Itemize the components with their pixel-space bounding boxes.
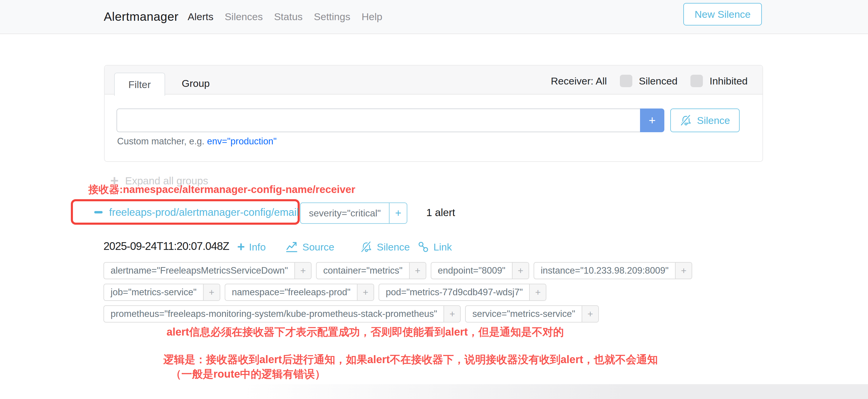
generator-link[interactable]: Link	[417, 240, 452, 254]
nav-links: Alerts Silences Status Settings Help	[188, 11, 382, 23]
link-label: Link	[433, 241, 452, 253]
label-chip-text[interactable]: endpoint="8009"	[431, 263, 512, 279]
nav-item-status[interactable]: Status	[274, 11, 302, 23]
silence-button[interactable]: Silence	[670, 109, 740, 132]
info-label: Info	[249, 241, 266, 253]
silence-button-label: Silence	[697, 115, 730, 126]
label-chip-text[interactable]: prometheus="freeleaps-monitoring-system/…	[104, 306, 443, 322]
header-controls: Receiver: All Silenced Inhibited	[551, 74, 748, 88]
filter-card: Filter Group Receiver: All Silenced Inhi…	[104, 65, 763, 162]
group-matcher: severity="critical" +	[300, 203, 407, 224]
label-chip-text[interactable]: namespace="freeleaps-prod"	[225, 284, 357, 300]
label-chip-text[interactable]: job="metrics-service"	[104, 284, 203, 300]
matcher-input[interactable]	[117, 109, 640, 132]
receiver-group-link[interactable]: freeleaps-prod/alertmanager-config/email	[94, 201, 299, 223]
label-chip-text[interactable]: container="metrics"	[317, 263, 409, 279]
receiver-filter-toggle[interactable]: Receiver: All	[551, 75, 607, 87]
label-chip-text[interactable]: instance="10.233.98.209:8009"	[534, 263, 675, 279]
label-chip: namespace="freeleaps-prod" +	[225, 284, 374, 301]
annotation-note-3: （一般是route中的逻辑有错误）	[171, 367, 326, 381]
annotation-note-1: alert信息必须在接收器下才表示配置成功，否则即使能看到alert，但是通知是…	[166, 325, 564, 339]
matcher-input-group: + Silence	[117, 109, 740, 132]
label-chip: prometheus="freeleaps-monitoring-system/…	[103, 305, 461, 323]
receiver-group-label: freeleaps-prod/alertmanager-config/email	[109, 206, 299, 218]
alert-labels: alertname="FreeleapsMetricsServiceDown" …	[103, 262, 762, 323]
label-chip-add-button[interactable]: +	[675, 263, 692, 279]
inhibited-label: Inhibited	[709, 75, 748, 87]
link-icon	[417, 241, 429, 253]
chip-row: prometheus="freeleaps-monitoring-system/…	[103, 305, 762, 323]
label-chip-text[interactable]: service="metrics-service"	[466, 306, 582, 322]
label-chip-text[interactable]: alertname="FreeleapsMetricsServiceDown"	[104, 263, 294, 279]
label-chip: container="metrics" +	[316, 262, 426, 279]
matcher-example-link[interactable]: env="production"	[207, 136, 277, 147]
chip-row: job="metrics-service" + namespace="freel…	[103, 284, 762, 301]
silence-alert-link[interactable]: Silence	[360, 240, 410, 254]
chip-row: alertname="FreeleapsMetricsServiceDown" …	[103, 262, 762, 279]
nav-item-settings[interactable]: Settings	[314, 11, 350, 23]
label-chip: job="metrics-service" +	[103, 284, 220, 301]
source-label: Source	[302, 241, 334, 253]
label-chip-add-button[interactable]: +	[512, 263, 529, 279]
label-chip: pod="metrics-77d9cdb497-wdsj7" +	[378, 284, 546, 301]
add-matcher-button[interactable]: +	[640, 109, 664, 132]
inhibited-checkbox[interactable]	[690, 75, 703, 87]
silenced-label: Silenced	[639, 75, 677, 87]
tab-group[interactable]: Group	[170, 73, 222, 94]
navbar: Alertmanager Alerts Silences Status Sett…	[0, 0, 868, 34]
annotation-note-2: 逻辑是：接收器收到alert后进行通知，如果alert不在接收器下，说明接收器没…	[163, 352, 658, 367]
chart-icon	[285, 240, 298, 253]
matcher-helper-text: Custom matcher, e.g. env="production"	[117, 136, 277, 147]
annotation-receiver-text: 接收器:namespace/altermanager-config-name/r…	[88, 183, 355, 196]
bell-slash-icon	[360, 241, 373, 253]
label-chip-add-button[interactable]: +	[203, 284, 220, 300]
new-silence-button[interactable]: New Silence	[683, 3, 762, 26]
silenced-checkbox-wrap: Silenced	[620, 75, 677, 87]
bell-slash-icon	[680, 114, 692, 127]
label-chip: service="metrics-service" +	[465, 305, 599, 323]
app-brand: Alertmanager	[104, 10, 179, 24]
label-chip-text[interactable]: pod="metrics-77d9cdb497-wdsj7"	[379, 284, 529, 300]
nav-item-help[interactable]: Help	[362, 11, 382, 23]
tab-filter[interactable]: Filter	[114, 73, 165, 96]
info-link[interactable]: + Info	[237, 240, 266, 254]
label-chip-add-button[interactable]: +	[529, 284, 546, 300]
silence-link-label: Silence	[377, 241, 410, 253]
alert-timestamp: 2025-09-24T11:20:07.048Z	[103, 240, 229, 252]
plus-icon: +	[237, 240, 245, 253]
label-chip-add-button[interactable]: +	[357, 284, 374, 300]
group-matcher-label[interactable]: severity="critical"	[301, 203, 389, 223]
alertmanager-page: Alertmanager Alerts Silences Status Sett…	[0, 0, 868, 399]
label-chip-add-button[interactable]: +	[582, 306, 598, 322]
collapse-minus-icon	[94, 211, 102, 213]
helper-prefix: Custom matcher, e.g.	[117, 136, 205, 147]
label-chip-add-button[interactable]: +	[294, 263, 311, 279]
bottom-edge-shade	[0, 384, 868, 399]
silenced-checkbox[interactable]	[620, 75, 632, 87]
label-chip-add-button[interactable]: +	[409, 263, 426, 279]
source-link[interactable]: Source	[285, 240, 334, 254]
group-matcher-add-button[interactable]: +	[389, 203, 407, 223]
nav-item-silences[interactable]: Silences	[225, 11, 263, 23]
label-chip-add-button[interactable]: +	[443, 306, 460, 322]
filter-card-header: Filter Group Receiver: All Silenced Inhi…	[105, 65, 763, 95]
nav-item-alerts[interactable]: Alerts	[188, 11, 213, 23]
alert-count: 1 alert	[426, 207, 455, 218]
label-chip: instance="10.233.98.209:8009" +	[534, 262, 692, 279]
label-chip: endpoint="8009" +	[431, 262, 529, 279]
label-chip: alertname="FreeleapsMetricsServiceDown" …	[103, 262, 312, 279]
inhibited-checkbox-wrap: Inhibited	[690, 75, 748, 87]
